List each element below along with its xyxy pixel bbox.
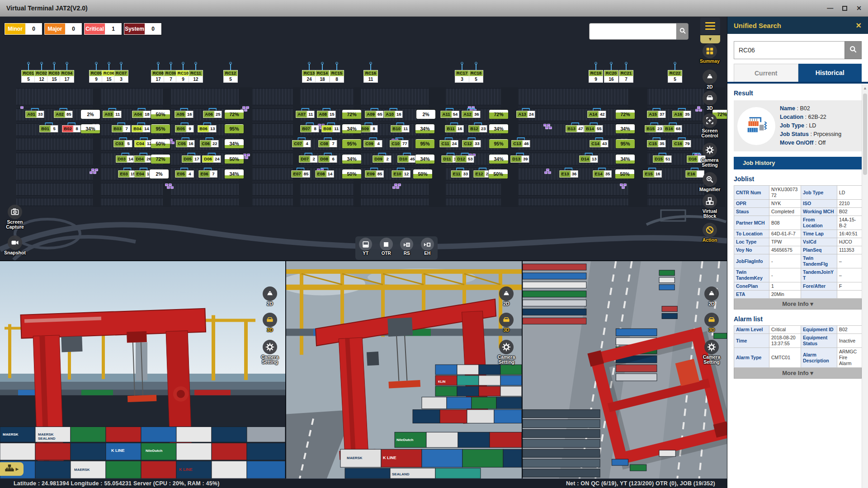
crane-RC19[interactable]: RC199 [589, 64, 603, 83]
yard-block-D15[interactable]: D1551 [653, 153, 671, 163]
tool-view-3d[interactable]: 3D [492, 313, 521, 333]
yard-block-C10[interactable]: C1077 [390, 137, 408, 147]
close-button[interactable]: ✕ [856, 5, 862, 11]
crane-RC14[interactable]: RC1418 [315, 64, 330, 83]
yard-block-D10[interactable]: D1045 [397, 153, 416, 163]
yard-block-E15[interactable]: E1516 [643, 168, 662, 178]
tool-view-2d[interactable]: 2D [255, 286, 284, 306]
yard-block-B09[interactable]: B098 [359, 122, 377, 132]
yard-block-B02[interactable]: B028 [62, 122, 80, 132]
yard-block-A15[interactable]: A1537 [647, 108, 665, 118]
yard-block-C05[interactable]: C0516 [176, 137, 194, 147]
tool-rs[interactable]: RS [400, 238, 413, 260]
tool-camera-setting[interactable]: Camera Setting [492, 340, 521, 365]
tool-camera-setting[interactable]: Camera Setting [697, 340, 726, 365]
maximize-button[interactable] [842, 6, 847, 11]
yard-block-C16[interactable]: C1679 [672, 137, 691, 147]
yard-block-C07[interactable]: C074 [292, 137, 311, 147]
alarmlist-more-button[interactable]: More Info ▾ [734, 368, 862, 379]
crane-RC17[interactable]: RC173 [455, 64, 469, 83]
yard-block-E03[interactable]: E0315 [118, 168, 137, 178]
yard-block-B10[interactable]: B1011 [391, 122, 409, 132]
yard-block-C11[interactable]: C1124 [440, 137, 458, 147]
yard-block-B13[interactable]: B1347 [566, 122, 584, 132]
tool-camera-setting[interactable]: Camera Setting [255, 340, 284, 365]
yard-block-E10[interactable]: E1012 [392, 168, 410, 178]
tab-current[interactable]: Current [734, 64, 798, 82]
yard-block-C12[interactable]: C1233 [462, 137, 481, 147]
yard-block-C15[interactable]: C1535 [647, 137, 665, 147]
panel-search-input[interactable] [734, 41, 844, 59]
crane-RC21[interactable]: RC217 [619, 64, 633, 83]
hierarchy-tree-toggle[interactable]: ▶ [0, 462, 24, 476]
yard-block-D14[interactable]: D1413 [579, 153, 598, 163]
yard-block-D05[interactable]: D0517 [182, 153, 200, 163]
yard-block-C14[interactable]: C1443 [590, 137, 608, 147]
yard-block-D08[interactable]: D086 [318, 153, 337, 163]
minimize-button[interactable]: — [827, 5, 833, 11]
tool-view-3d[interactable]: 3D [693, 91, 726, 111]
alarm-major[interactable]: Major0 [44, 23, 82, 35]
alarm-critical[interactable]: Critical1 [84, 23, 122, 35]
yard-block-C09[interactable]: C094 [363, 137, 382, 147]
tool-yt[interactable]: YT [359, 238, 372, 260]
joblist-more-button[interactable]: More Info ▾ [734, 299, 862, 310]
yard-block-B03[interactable]: B037 [112, 122, 130, 132]
yard-block-B11[interactable]: B1116 [445, 122, 464, 132]
tool-view-3d[interactable]: 3D [697, 313, 726, 333]
yard-block-E08[interactable]: E0814 [316, 168, 334, 178]
yard-block-C08[interactable]: C087 [318, 137, 337, 147]
camera-view-1[interactable]: MAERSKSEALAND MAERSK K LINE MAERSK NileD… [0, 261, 285, 479]
yard-block-A02[interactable]: A0285 [54, 108, 72, 118]
yard-block-B07[interactable]: B078 [300, 122, 319, 132]
tool-eh[interactable]: EH [421, 238, 434, 260]
scrollbar-thumb[interactable] [863, 94, 867, 175]
yard-block-D06[interactable]: D0624 [202, 153, 221, 163]
map-search-input[interactable] [589, 23, 676, 40]
tool-view-2d[interactable]: 2D [693, 70, 726, 89]
tool-action[interactable]: Action [693, 223, 726, 243]
yard-block-B16[interactable]: B1668 [663, 122, 682, 132]
tool-virtual-block[interactable]: Virtual Block [693, 194, 726, 219]
panel-search-button[interactable] [844, 41, 862, 59]
yard-block-A11[interactable]: A1154 [441, 108, 459, 118]
yard-block-E07[interactable]: E0785 [292, 168, 310, 178]
yard-block-D13[interactable]: D1339 [510, 153, 529, 163]
yard-block-A06[interactable]: A0625 [203, 108, 222, 118]
yard-block-A05[interactable]: A0516 [175, 108, 193, 118]
yard-block-B04[interactable]: B0414 [132, 122, 150, 132]
yard-block-B06[interactable]: B0613 [198, 122, 216, 132]
yard-block-D03[interactable]: D0314 [116, 153, 134, 163]
yard-block-A14[interactable]: A1442 [587, 108, 606, 118]
yard-block-B12[interactable]: B1223 [468, 122, 487, 132]
tool-screen-capture[interactable]: Screen Capture [1, 205, 29, 230]
crane-RC18[interactable]: RC185 [469, 64, 483, 83]
yard-block-A13[interactable]: A1324 [516, 108, 535, 118]
yard-block-C06[interactable]: C0622 [200, 137, 218, 147]
yard-block-C13[interactable]: C1346 [511, 137, 530, 147]
tool-view-2d[interactable]: 2D [492, 286, 521, 306]
tool-magnifier[interactable]: Magnifier [693, 172, 726, 192]
crane-RC07[interactable]: RC073 [114, 64, 128, 83]
map-search-button[interactable] [676, 23, 689, 40]
yard-block-E11[interactable]: E1133 [451, 168, 469, 178]
yard-block-C03[interactable]: C035 [113, 137, 132, 147]
crane-RC15[interactable]: RC158 [330, 64, 344, 83]
yard-block-E14[interactable]: E1435 [593, 168, 612, 178]
yard-block-D09[interactable]: D092 [373, 153, 391, 163]
yard-block-A07[interactable]: A0711 [296, 108, 314, 118]
yard-block-D12[interactable]: D1253 [455, 153, 474, 163]
yard-block-E06[interactable]: E067 [199, 168, 217, 178]
crane-RC11[interactable]: RC1112 [189, 64, 203, 83]
yard-block-A16[interactable]: A1635 [672, 108, 691, 118]
result-card[interactable]: Name : B02Location : 62B-22Job Type : LD… [734, 100, 862, 151]
yard-block-A04[interactable]: A0418 [132, 108, 151, 118]
yard-block-B08[interactable]: B0811 [321, 122, 340, 132]
tool-view-3d[interactable]: 3D [255, 313, 284, 333]
yard-block-E09[interactable]: E0985 [365, 168, 384, 178]
alarm-system[interactable]: System0 [124, 23, 161, 35]
yard-block-D07[interactable]: D072 [299, 153, 317, 163]
panel-close-button[interactable]: ✕ [856, 21, 862, 30]
panel-scrollbar[interactable]: ▲ [862, 84, 868, 488]
tool-summary[interactable]: Summay [693, 44, 726, 64]
